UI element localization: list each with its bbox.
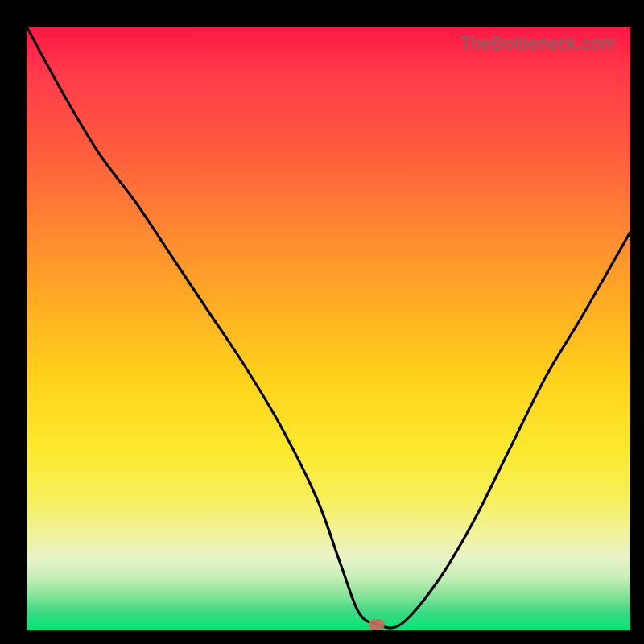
- chart-container: TheBottleneck.com: [0, 0, 644, 644]
- optimal-point-marker: [369, 619, 385, 630]
- plot-area: TheBottleneck.com: [27, 27, 630, 630]
- bottleneck-curve: [27, 27, 630, 630]
